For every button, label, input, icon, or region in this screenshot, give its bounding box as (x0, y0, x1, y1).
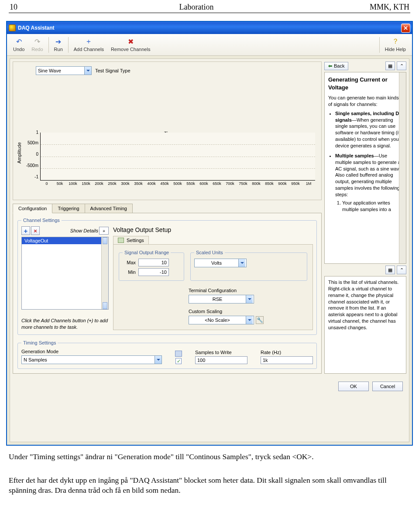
help-lower-panel: This is the list of virtual channels. Ri… (324, 276, 406, 374)
samples-input[interactable] (195, 356, 247, 364)
plot-ylabel: Amplitude (17, 142, 22, 164)
remove-channel-button[interactable]: × (31, 226, 40, 235)
setup-title: Voltage Output Setup (113, 226, 313, 233)
title-bar: DAQ Assistant ✕ (7, 22, 412, 34)
chevron-down-icon (246, 316, 253, 324)
tab-triggering[interactable]: Triggering (52, 204, 85, 213)
timing-checkbox[interactable]: ✓ (175, 358, 182, 364)
scaled-units-group: Scaled Units (190, 250, 307, 281)
chevron-down-icon (84, 67, 91, 75)
custom-scaling-dropdown[interactable] (189, 316, 254, 324)
custom-scaling-label: Custom Scaling (189, 309, 222, 314)
tab-configuration[interactable]: Configuration (13, 204, 52, 213)
undo-button[interactable]: ↶Undo (10, 37, 28, 53)
run-button[interactable]: ➔Run (51, 37, 66, 53)
tab-advanced-timing[interactable]: Advanced Timing (85, 204, 133, 213)
x-icon: ✖ (126, 38, 135, 46)
samples-label: Samples to Write (195, 350, 247, 355)
header-rule (9, 13, 410, 13)
scrollbar[interactable] (101, 237, 108, 309)
daq-window: DAQ Assistant ✕ ↶Undo ↷Redo ➔Run ＋Add Ch… (6, 21, 413, 446)
terminal-config-label: Terminal Configuration (189, 288, 237, 293)
settings-tab-icon (118, 238, 124, 243)
signal-plot: Amplitude 1 500m 0 -500m -1 (21, 131, 318, 196)
generation-mode-label: Generation Mode (21, 349, 162, 354)
channel-hint: Click the Add Channels button (+) to add… (21, 317, 109, 330)
signal-type-dropdown[interactable] (36, 66, 92, 75)
plot-xticks: 050k100k150k200k250k300k350k400k450k500k… (40, 181, 315, 186)
help-collapse-button[interactable]: ⌃ (397, 61, 406, 70)
help-title: Generating Current or Voltage (328, 76, 403, 91)
max-input[interactable] (138, 259, 169, 266)
window-title: DAQ Assistant (18, 25, 55, 31)
help-tools-button-2[interactable]: ▦ (385, 266, 395, 274)
help-intro: You can generate two main kinds of signa… (328, 95, 403, 108)
min-input[interactable] (138, 268, 169, 276)
channel-item-voltageout[interactable]: VoltageOut (22, 237, 108, 244)
ok-button[interactable]: OK (338, 382, 369, 391)
doc-paragraph-1: Under "Timing settings" ändrar ni "Gener… (9, 452, 410, 462)
plus-icon: ＋ (84, 38, 93, 46)
hide-help-button[interactable]: ？Hide Help (381, 37, 409, 53)
settings-subtab[interactable]: Settings (113, 236, 149, 244)
signal-preview-card: Test Signal Type Amplitude 1 500m 0 -500… (13, 61, 322, 200)
channel-settings-group: Channel Settings + × Show Details » (17, 218, 317, 335)
channel-settings-legend: Channel Settings (21, 218, 62, 223)
add-channel-button[interactable]: + (21, 226, 30, 235)
rate-label: Rate (Hz) (261, 350, 313, 355)
help-tools-button[interactable]: ▦ (385, 61, 395, 70)
rate-input[interactable] (261, 356, 313, 364)
page-number: 10 (10, 3, 45, 12)
clock-icon (175, 351, 182, 357)
undo-icon: ↶ (14, 38, 23, 46)
generation-mode-dropdown[interactable] (21, 355, 162, 364)
chevron-down-icon (246, 295, 253, 303)
help-bullet-multiple: Multiple samples—Use multiple samples to… (335, 153, 403, 213)
scrollbar[interactable] (399, 72, 406, 263)
help-lower-text: This is the list of virtual channels. Ri… (328, 279, 403, 331)
wrench-icon[interactable]: 🔧 (256, 316, 264, 324)
remove-channels-button[interactable]: ✖Remove Channels (107, 37, 154, 53)
signal-type-label: Test Signal Type (95, 68, 131, 73)
show-details-button[interactable]: » (99, 227, 109, 235)
scaled-units-dropdown[interactable] (194, 259, 247, 267)
redo-icon: ↷ (33, 38, 41, 46)
chevron-down-icon (155, 356, 161, 364)
doc-right: MMK, KTH (348, 3, 409, 12)
help-back-button[interactable]: ⬅ Back (324, 62, 348, 70)
help-bullet-single: Single samples, including DC signals—Whe… (335, 110, 403, 149)
main-toolbar: ↶Undo ↷Redo ➔Run ＋Add Channels ✖Remove C… (7, 34, 412, 56)
add-channels-button[interactable]: ＋Add Channels (70, 37, 107, 53)
run-icon: ➔ (54, 38, 63, 46)
doc-title: Laboration (45, 3, 348, 12)
doc-header: 10 Laboration MMK, KTH (0, 0, 419, 13)
redo-button[interactable]: ↷Redo (28, 37, 46, 53)
signal-output-range-group: Signal Output Range Max Min (119, 250, 184, 281)
chevron-down-icon (238, 259, 245, 267)
help-hide-icon: ？ (391, 38, 400, 46)
help-content-panel: Generating Current or Voltage You can ge… (324, 72, 406, 264)
cancel-button[interactable]: Cancel (372, 382, 403, 391)
config-tabs-container: Configuration Triggering Advanced Timing… (13, 204, 322, 374)
channel-list[interactable]: VoltageOut (21, 237, 109, 310)
terminal-config-dropdown[interactable] (189, 295, 254, 304)
timing-settings-group: Timing Settings Generation Mode (17, 340, 317, 369)
doc-paragraph-2: Efter det har det dykt upp en ingång på … (9, 475, 410, 496)
show-details-label: Show Details (70, 228, 98, 233)
close-button[interactable]: ✕ (401, 24, 410, 33)
arrow-left-icon: ⬅ (328, 63, 332, 69)
app-icon (9, 24, 16, 31)
help-collapse-button-2[interactable]: ⌃ (397, 266, 406, 274)
